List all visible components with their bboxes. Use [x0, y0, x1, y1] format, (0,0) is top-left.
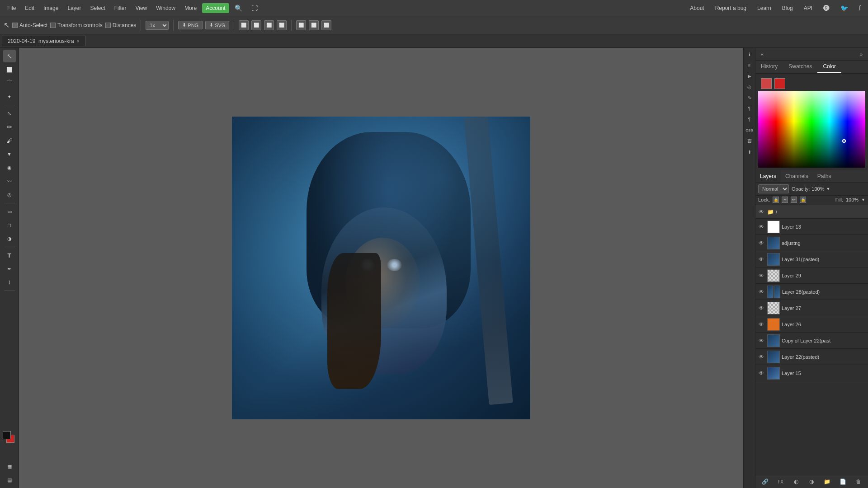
blend-mode-select[interactable]: Normal MultiplyScreenOverlay	[758, 184, 789, 193]
arrange-icon[interactable]: ⬜	[296, 20, 306, 30]
menu-image[interactable]: Image	[40, 3, 62, 13]
color-spectrum[interactable]	[758, 91, 865, 168]
pen-tool[interactable]: ✒	[3, 263, 16, 275]
compass-icon[interactable]: ◎	[745, 82, 754, 91]
opacity-dropdown-icon[interactable]: ▼	[826, 187, 830, 191]
transform-icon[interactable]: ⬜	[309, 20, 319, 30]
auto-select-checkbox[interactable]	[12, 23, 18, 28]
align-right-icon[interactable]: ⬜	[264, 20, 274, 30]
history-tab[interactable]: History	[755, 61, 783, 73]
menu-window[interactable]: Window	[152, 3, 179, 13]
brush-tool[interactable]: 🖌	[3, 134, 16, 147]
collapse-right-icon[interactable]: »	[857, 50, 865, 58]
fill-value[interactable]: 100%	[846, 197, 859, 202]
menu-report-bug[interactable]: Report a bug	[712, 3, 750, 13]
channels-tab[interactable]: Channels	[781, 170, 813, 182]
folder-add-icon[interactable]: 📁	[823, 477, 832, 486]
layer-item-layer31[interactable]: 👁 Layer 31(pasted)	[755, 251, 868, 267]
layer-visibility-layer29[interactable]: 👁	[757, 272, 765, 280]
dodge-tool[interactable]: ◑	[3, 232, 16, 245]
new-layer-icon[interactable]: 📄	[838, 477, 847, 486]
swatches-tab[interactable]: Swatches	[783, 61, 817, 73]
layer-item-layer27[interactable]: 👁 Layer 27	[755, 300, 868, 316]
layer-visibility-layer15[interactable]: 👁	[757, 369, 765, 377]
layer-visibility-adjustng[interactable]: 👁	[757, 239, 765, 247]
search-icon[interactable]: 🔍	[231, 3, 246, 14]
mask-icon[interactable]: ◐	[792, 477, 801, 486]
paint-icon[interactable]: ✎	[745, 93, 754, 102]
channels-view[interactable]: ▤	[3, 474, 16, 486]
layer-item-layer26[interactable]: 👁 Layer 26	[755, 316, 868, 333]
layer-visibility-layer22copy[interactable]: 👁	[757, 337, 765, 345]
adjustment-icon[interactable]: ◑	[807, 477, 816, 486]
info-icon[interactable]: ℹ	[745, 50, 754, 59]
layer-visibility-layer26[interactable]: 👁	[757, 320, 765, 328]
crop-icon[interactable]: ⬜	[321, 20, 331, 30]
align-left-icon[interactable]: ⬜	[239, 20, 249, 30]
text-tool[interactable]: T	[3, 249, 16, 262]
menu-filter[interactable]: Filter	[111, 3, 130, 13]
lock-position-icon[interactable]: +	[782, 197, 788, 203]
fullscreen-icon[interactable]: ⛶	[248, 3, 261, 14]
layers-tab[interactable]: Layers	[755, 170, 781, 182]
text-style-icon[interactable]: ¶	[745, 115, 754, 124]
magic-wand-tool[interactable]: ✦	[3, 90, 16, 103]
smudge-tool[interactable]: 〰	[3, 175, 16, 188]
menu-blog[interactable]: Blog	[778, 3, 797, 13]
menu-edit[interactable]: Edit	[21, 3, 38, 13]
layer-visibility-layer13[interactable]: 👁	[757, 223, 765, 231]
lock-all-icon[interactable]: 🔒	[800, 197, 806, 203]
layer-item-layer22copy[interactable]: 👁 Copy of Layer 22(past	[755, 333, 868, 349]
color-cursor[interactable]	[842, 139, 846, 143]
export-png-button[interactable]: ⬇ PNG	[178, 21, 203, 29]
text-para-icon[interactable]: ¶	[745, 104, 754, 113]
move-tool[interactable]: ↖	[3, 50, 16, 62]
fill-dropdown-icon[interactable]: ▼	[861, 197, 865, 202]
pattern-tool[interactable]: ▦	[3, 460, 16, 473]
play-icon[interactable]: ▶	[745, 71, 754, 80]
layer-item-layer29[interactable]: 👁 Layer 29	[755, 267, 868, 284]
menu-more[interactable]: More	[181, 3, 200, 13]
layer-visibility-layer31[interactable]: 👁	[757, 255, 765, 263]
lasso-tool[interactable]: ⌒	[3, 77, 16, 89]
layer-item-adjustng[interactable]: 👁 adjustng	[755, 235, 868, 251]
crop-tool[interactable]: ⤡	[3, 107, 16, 120]
fx-icon[interactable]: FX	[776, 477, 785, 486]
distances-toggle[interactable]: Distances	[105, 22, 137, 28]
eyedropper-tool[interactable]: ✏	[3, 121, 16, 133]
foreground-color[interactable]	[3, 431, 11, 439]
zoom-select[interactable]: 1x2x0.5x	[146, 21, 169, 30]
layer-vis-folder[interactable]: 👁	[757, 208, 765, 216]
distribute-icon[interactable]: ⬜	[277, 20, 287, 30]
collapse-left-icon[interactable]: «	[758, 50, 766, 58]
distances-checkbox[interactable]	[105, 23, 111, 28]
secondary-swatch[interactable]	[774, 78, 785, 89]
layer-visibility-layer28[interactable]: 👁	[757, 288, 765, 296]
color-tab[interactable]: Color	[817, 61, 841, 73]
auto-select-toggle[interactable]: Auto-Select	[12, 22, 47, 28]
layer-item-layer22[interactable]: 👁 Layer 22(pasted)	[755, 349, 868, 365]
transform-controls-toggle[interactable]: Transform controls	[50, 22, 103, 28]
menu-learn[interactable]: Learn	[754, 3, 775, 13]
paint-bucket-tool[interactable]: ▼	[3, 148, 16, 160]
menu-select[interactable]: Select	[86, 3, 108, 13]
lock-icon[interactable]: 🔒	[773, 197, 779, 203]
primary-swatch[interactable]	[761, 78, 772, 89]
transform-controls-checkbox[interactable]	[50, 23, 56, 28]
lock-pixel-icon[interactable]: ✏	[791, 197, 797, 203]
export-icon[interactable]: ⬆	[745, 147, 754, 156]
eraser-tool[interactable]: ◻	[3, 219, 16, 231]
document-tab[interactable]: 2020-04-19_mysterious-kra ×	[2, 36, 85, 46]
path-tool[interactable]: ⌇	[3, 276, 16, 289]
menu-view[interactable]: View	[132, 3, 151, 13]
tab-close-button[interactable]: ×	[77, 39, 80, 44]
css-icon[interactable]: CSS	[745, 126, 754, 135]
menu-about[interactable]: About	[686, 3, 708, 13]
menu-account[interactable]: Account	[202, 3, 229, 13]
layer-folder-row[interactable]: 👁 📁 /	[755, 205, 868, 219]
blur-tool[interactable]: ◎	[3, 188, 16, 201]
layer-item-layer13[interactable]: 👁 Layer 13	[755, 219, 868, 235]
delete-layer-icon[interactable]: 🗑	[854, 477, 863, 486]
marquee-tool[interactable]: ⬜	[3, 63, 16, 76]
export-svg-button[interactable]: ⬇ SVG	[205, 21, 229, 29]
